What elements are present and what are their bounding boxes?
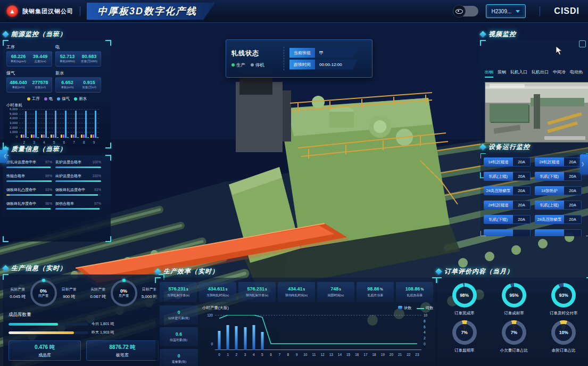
equipment-item: 1#加热炉20A — [535, 186, 582, 195]
bar — [41, 135, 43, 138]
energy-hourly-bar-chart: 01,0002,0003,0004,0005,0006,00023456789 — [19, 109, 99, 144]
dashed-divider — [284, 47, 284, 70]
energy-title: 能源监控（当班） — [11, 30, 67, 39]
bar — [97, 137, 98, 138]
order-gauge: 95%订单成材率 — [489, 283, 539, 316]
heat-number-dropdown[interactable]: H2309... — [486, 4, 526, 18]
x-tick-label: 0 — [218, 353, 220, 356]
y-tick-label: 0 — [424, 342, 426, 346]
y-tick-label: 3,000 — [10, 121, 18, 124]
quality-item: 性能合格率99% — [6, 173, 52, 182]
x-tick-label: 2 — [23, 140, 26, 144]
y-tick-label: 0 — [16, 135, 18, 138]
efficiency-stat: 576.231s当班轧制节奏(s) — [160, 282, 197, 302]
y-tick-label: 2,000 — [10, 126, 18, 129]
bar — [53, 135, 54, 138]
bar-group — [41, 111, 49, 138]
panel-expand-tab[interactable]: 》 — [580, 154, 588, 174]
efficiency-stat: 748s间隙时间(s) — [317, 282, 354, 302]
x-tick-label: 15 — [346, 353, 350, 356]
x-tick-label: 9 — [296, 353, 298, 356]
x-tick-label: 4 — [253, 353, 255, 356]
x-tick-label: 6 — [63, 140, 65, 144]
equipment-title: 设备运行监控 — [488, 143, 530, 152]
x-tick-label: 8 — [83, 140, 85, 144]
mouse-cursor — [556, 46, 563, 55]
quality-item: 钢板终轧凸度命中93% — [6, 187, 52, 196]
fullscreen-icon[interactable] — [579, 40, 586, 47]
bar — [45, 111, 47, 138]
tab-tapping[interactable]: 出钢 — [485, 69, 493, 78]
production-title: 生产信息（实时） — [11, 264, 67, 273]
legend-producing: 生产 — [231, 62, 245, 69]
diamond-icon — [2, 31, 9, 38]
slab-stock-card: 8876.72 吨板坯库 — [86, 340, 159, 361]
equipment-item-clipped — [484, 229, 531, 236]
x-tick-label: 12 — [320, 353, 324, 356]
page-title-plate: 中厚板3D数字化产线 — [87, 3, 215, 20]
bar — [21, 135, 22, 138]
cctv-video-frame[interactable] — [485, 82, 588, 143]
quality-item: 控轧冷温度命中率97% — [6, 160, 52, 168]
efficiency-panel: 生产效率（实时） 576.231s当班轧制节奏(s) 434.611s当班纯轧时… — [155, 267, 429, 366]
bar-group — [21, 111, 29, 138]
y-tick-label: 4,000 — [10, 117, 18, 120]
x-tick-label: 7 — [73, 140, 75, 144]
x-tick-label: 8 — [287, 353, 289, 356]
energy-group-gas: 煤气 486.040单耗(m³/t) 277578用量(m³) — [6, 70, 52, 93]
stock-bar-today: 今日 1,801 吨 — [9, 321, 159, 327]
daily-output-ring: 0%日产量 — [30, 280, 57, 306]
bar — [87, 137, 89, 138]
camera-tabs: 出钢 装钢 轧机入口 轧机出口 中间冷 电动热 — [485, 69, 588, 78]
energy-chart-label: 小时单耗 — [6, 103, 107, 108]
line-series — [215, 315, 421, 350]
bar — [95, 111, 96, 138]
stock-bar-yesterday: 昨天 1,903 吨 — [9, 330, 159, 335]
page-title: 中厚板3D数字化产线 — [97, 5, 197, 18]
bar — [81, 135, 82, 138]
y-tick-label: 5,000 — [10, 112, 18, 115]
x-tick-label: 11 — [312, 353, 316, 356]
bar — [25, 111, 27, 138]
y-tick-label: 4 — [424, 330, 426, 334]
tab-mill-entry[interactable]: 轧机入口 — [510, 69, 527, 78]
tab-electric[interactable]: 电动热 — [570, 69, 583, 78]
orders-panel: 订单评价内容（当月） 98%订单完成率 95%订单成材率 93%订单及时交付率 … — [436, 267, 585, 366]
x-tick-label: 10 — [303, 353, 307, 356]
equipment-item: 1#轧区辊道20A — [484, 157, 531, 167]
energy-group-water: 新水 6.652单耗(m³/t) 0.915用量(万m³) — [55, 70, 101, 93]
header-bar: ▲ 陕钢集团汉钢公司 中厚板3D数字化产线 H2309... CISDI — [0, 0, 588, 23]
tab-intercooling[interactable]: 中间冷 — [553, 69, 566, 78]
y-tick-label: 6 — [424, 325, 426, 328]
equipment-item: 轧机(上辊)20A — [484, 172, 531, 181]
tab-mill-exit[interactable]: 轧机出口 — [532, 69, 549, 78]
shift-time-badge: 跟班时间 00:00-12:00 — [289, 60, 358, 70]
header-actions: H2309... CISDI — [453, 4, 588, 18]
bar — [83, 135, 85, 138]
bar — [85, 111, 87, 138]
x-tick-label: 6 — [270, 353, 272, 356]
x-tick-label: 5 — [53, 140, 55, 144]
x-tick-label: 7 — [278, 353, 280, 356]
heat-number-value: H2309... — [492, 9, 512, 14]
visibility-toggle[interactable] — [453, 6, 478, 16]
x-tick-label: 14 — [338, 353, 342, 356]
hourly-chart-legend: 块数 吨数 — [398, 305, 433, 311]
rolling-status-title: 轧线状态 — [231, 49, 278, 58]
stock-section-title: 成品库数量 — [9, 312, 159, 318]
diamond-icon — [479, 31, 486, 38]
bar — [67, 137, 69, 138]
x-tick-label: 18 — [372, 353, 376, 356]
diamond-icon — [2, 265, 9, 272]
efficiency-title: 生产效率（实时） — [163, 267, 219, 276]
y-tick-label: 1,000 — [10, 130, 18, 134]
order-gauge: 98%订单完成率 — [440, 283, 489, 316]
bar-group — [71, 111, 79, 138]
equipment-item: 2#高压除鳞泵20A — [535, 215, 582, 224]
x-tick-label: 3 — [33, 140, 35, 144]
panel-collapse-tab[interactable]: 《 — [0, 150, 7, 163]
quality-item: 探伤合格率97% — [55, 201, 101, 210]
equipment-item: 轧机(下辊)20A — [484, 215, 531, 224]
efficiency-stat: 576.231s班均轧制节奏(s) — [238, 282, 276, 302]
tab-charging[interactable]: 装钢 — [498, 69, 506, 78]
